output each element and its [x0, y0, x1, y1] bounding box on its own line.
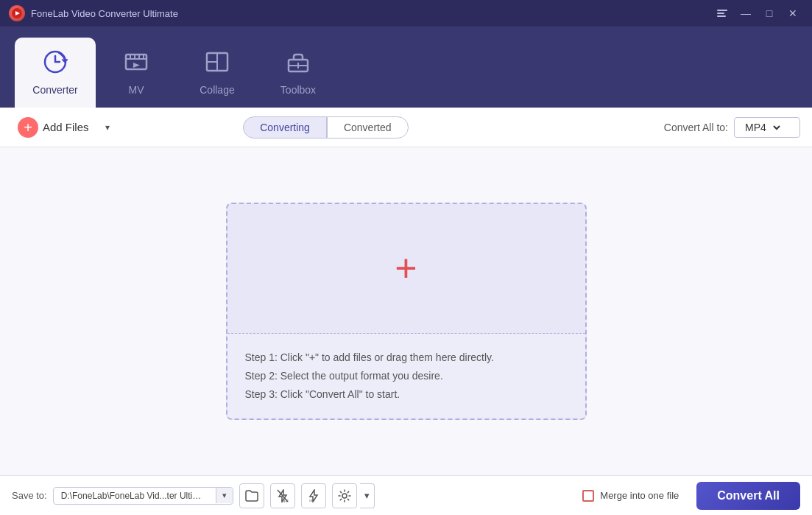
tab-toolbox[interactable]: Toolbox: [258, 38, 339, 108]
merge-checkbox[interactable]: [582, 490, 594, 502]
tab-mv-label: MV: [129, 84, 144, 96]
flash-off-button[interactable]: OFF: [270, 483, 295, 508]
svg-text:OFF: OFF: [309, 499, 316, 502]
status-tabs: Converting Converted: [243, 116, 408, 139]
convert-all-to-area: Convert All to: MP4 MKV AVI MOV WMV MP3 …: [664, 117, 800, 138]
window-controls: — □ ✕: [712, 5, 803, 21]
app-title: FoneLab Video Converter Ultimate: [31, 8, 178, 19]
tab-collage[interactable]: Collage: [177, 38, 258, 108]
svg-point-22: [342, 494, 347, 498]
settings-group: ▾: [332, 483, 375, 508]
tab-mv[interactable]: MV: [96, 38, 177, 108]
add-files-button[interactable]: + Add Files: [12, 114, 95, 141]
format-selector[interactable]: MP4 MKV AVI MOV WMV MP3 AAC: [734, 117, 800, 138]
tab-converter-label: Converter: [32, 84, 77, 96]
converting-tab[interactable]: Converting: [243, 116, 327, 139]
toolbox-icon: [286, 49, 311, 80]
settings-button[interactable]: [332, 483, 357, 508]
converted-tab[interactable]: Converted: [327, 116, 409, 139]
drop-zone-instructions: Step 1: Click "+" to add files or drag t…: [227, 334, 585, 419]
save-path-dropdown-btn[interactable]: ▾: [216, 488, 233, 503]
add-plus-icon: +: [18, 117, 38, 138]
title-bar: FoneLab Video Converter Ultimate — □ ✕: [0, 0, 812, 27]
close-button[interactable]: ✕: [783, 5, 803, 21]
footer: Save to: D:\FoneLab\FoneLab Vid...ter Ul…: [0, 475, 812, 515]
tab-collage-label: Collage: [200, 84, 234, 96]
add-files-label: Add Files: [43, 121, 89, 133]
svg-rect-3: [717, 13, 724, 14]
settings-dropdown-button[interactable]: ▾: [360, 483, 375, 508]
app-logo: [9, 5, 25, 21]
drop-zone-top: +: [227, 204, 585, 333]
drop-plus-icon: +: [395, 249, 417, 287]
converter-icon: [43, 49, 68, 80]
svg-rect-2: [717, 10, 727, 11]
mv-icon: [124, 49, 149, 80]
instruction-step2: Step 2: Select the output format you des…: [245, 367, 568, 385]
svg-rect-4: [717, 15, 726, 17]
merge-checkbox-area: Merge into one file: [582, 490, 679, 502]
enhanced-flash-button[interactable]: OFF: [301, 483, 326, 508]
tab-toolbox-label: Toolbox: [280, 84, 316, 96]
convert-all-to-label: Convert All to:: [664, 122, 728, 133]
instruction-step3: Step 3: Click "Convert All" to start.: [245, 385, 568, 404]
browse-folder-button[interactable]: [239, 483, 264, 508]
merge-label: Merge into one file: [600, 490, 679, 501]
drop-zone[interactable]: + Step 1: Click "+" to add files or drag…: [226, 203, 587, 421]
svg-text:OFF: OFF: [281, 499, 289, 502]
svg-marker-12: [133, 63, 140, 68]
format-select-input[interactable]: MP4 MKV AVI MOV WMV MP3 AAC: [742, 121, 783, 134]
toolbar: + Add Files ▾ Converting Converted Conve…: [0, 108, 812, 147]
maximize-button[interactable]: □: [759, 5, 780, 21]
tab-converter[interactable]: Converter: [15, 38, 96, 108]
save-to-label: Save to:: [12, 490, 47, 501]
main-content: + Step 1: Click "+" to add files or drag…: [0, 147, 812, 475]
save-path-text: D:\FoneLab\FoneLab Vid...ter Ultimate\Co…: [54, 488, 216, 504]
main-tab-bar: Converter MV Collage: [0, 27, 812, 108]
save-path-selector: D:\FoneLab\FoneLab Vid...ter Ultimate\Co…: [53, 487, 233, 505]
add-files-dropdown-button[interactable]: ▾: [104, 119, 111, 136]
convert-all-button[interactable]: Convert All: [696, 482, 800, 510]
collage-icon: [205, 49, 230, 80]
caption-button[interactable]: [712, 5, 732, 21]
minimize-button[interactable]: —: [735, 5, 756, 21]
title-bar-left: FoneLab Video Converter Ultimate: [9, 5, 178, 21]
instruction-step1: Step 1: Click "+" to add files or drag t…: [245, 348, 568, 367]
